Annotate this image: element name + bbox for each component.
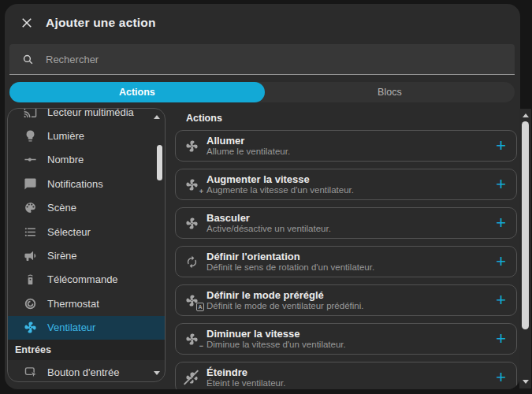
palette-icon: [23, 201, 37, 215]
sidebar-scroll-down-icon[interactable]: [154, 371, 160, 375]
domain-list: Lecteur multimédiaLumièreNombreNotificat…: [8, 108, 165, 382]
domain-sidebar: Lecteur multimédiaLumièreNombreNotificat…: [7, 108, 166, 382]
add-action-button[interactable]: +: [496, 253, 506, 270]
sidebar-item-label: Bouton d'entrée: [47, 366, 119, 378]
actions-panel-header: Actions: [186, 113, 517, 124]
fan-icon: [183, 137, 200, 154]
sidebar-item-label: Sirène: [47, 250, 77, 262]
tab-actions[interactable]: Actions: [9, 82, 265, 102]
add-action-button[interactable]: +: [496, 214, 506, 232]
action-description: Éteint le ventilateur.: [206, 378, 496, 388]
action-description: Allume le ventilateur.: [206, 147, 496, 157]
action-description: Active/désactive un ventilateur.: [206, 224, 496, 234]
lightbulb-icon: [23, 129, 37, 143]
sidebar-item-ventilateur[interactable]: Ventilateur: [8, 316, 165, 340]
close-icon[interactable]: [20, 16, 34, 30]
dialog-title: Ajouter une action: [46, 16, 156, 30]
sidebar-item-selecteur[interactable]: Sélecteur: [8, 220, 165, 243]
sidebar-item-telecommande[interactable]: Télécommande: [8, 268, 165, 292]
remote-icon: [23, 273, 37, 287]
sidebar-item-label: Ventilateur: [47, 322, 95, 333]
minus-badge-icon: −: [198, 342, 203, 349]
fan-off-icon: [183, 369, 200, 386]
action-title: Éteindre: [206, 366, 496, 378]
sidebar-item-notifications[interactable]: Notifications: [8, 172, 165, 195]
action-title: Définir le mode préréglé: [206, 289, 496, 301]
action-card-eteindre[interactable]: ÉteindreÉteint le ventilateur.+: [175, 362, 517, 389]
action-card-definir-le-mode-preregle[interactable]: ADéfinir le mode prérégléDéfinit le mode…: [175, 284, 517, 316]
action-title: Allumer: [206, 135, 496, 147]
action-description: Définit le mode de ventilateur prédéfini…: [206, 301, 496, 311]
sidebar-item-label: Sélecteur: [47, 226, 91, 238]
sidebar-item-lumiere[interactable]: Lumière: [8, 124, 165, 147]
fan-minus-icon: −: [183, 330, 200, 348]
slider-icon: [23, 153, 37, 167]
action-card-definir-l-orientation[interactable]: Définir l'orientationDéfinit le sens de …: [175, 246, 517, 277]
search-input[interactable]: [44, 53, 515, 66]
message-icon: [23, 177, 37, 191]
search-icon: [21, 53, 35, 66]
dialog-header: Ajouter une action: [5, 4, 520, 30]
sidebar-item-bouton-d-entree[interactable]: Bouton d'entrée: [8, 360, 165, 382]
add-action-button[interactable]: +: [496, 369, 506, 386]
actions-panel: Actions AllumerAllume le ventilateur.++A…: [175, 111, 517, 389]
fan-plus-icon: +: [183, 176, 200, 193]
page-scrollbar[interactable]: [519, 109, 531, 388]
action-title: Diminuer la vitesse: [206, 328, 496, 340]
action-description: Augmente la vitesse d'un ventilateur.: [206, 185, 496, 195]
action-description: Définit le sens de rotation d'un ventila…: [206, 262, 496, 273]
search-field[interactable]: [9, 44, 515, 75]
sidebar-scroll-up-icon[interactable]: [154, 115, 160, 119]
fan-icon: [183, 214, 200, 232]
sidebar-item-label: Télécommande: [47, 273, 118, 285]
sidebar-item-scene[interactable]: Scène: [8, 196, 165, 220]
page-scrollbar-thumb[interactable]: [522, 121, 529, 329]
auto-badge-icon: A: [196, 303, 204, 311]
page-scroll-down-icon[interactable]: [523, 380, 529, 384]
sidebar-item-lecteur-multimedia[interactable]: Lecteur multimédia: [8, 108, 165, 124]
sidebar-item-label: Lumière: [47, 130, 84, 142]
cast-icon: [23, 108, 37, 119]
action-card-diminuer-la-vitesse[interactable]: −Diminuer la vitesseDiminue la vitesse d…: [175, 323, 517, 355]
add-action-button[interactable]: +: [496, 330, 506, 348]
sidebar-item-label: Scène: [47, 202, 76, 214]
page-scroll-up-icon[interactable]: [523, 113, 529, 117]
sidebar-item-sirene[interactable]: Sirène: [8, 243, 165, 267]
action-title: Définir l'orientation: [206, 251, 496, 262]
plus-badge-icon: +: [198, 188, 203, 195]
tab-bar: Actions Blocs: [9, 82, 515, 102]
add-action-dialog: Ajouter une action Actions Blocs Lecteur…: [5, 4, 520, 389]
action-card-augmenter-la-vitesse[interactable]: +Augmenter la vitesseAugmente la vitesse…: [175, 169, 517, 200]
action-title: Augmenter la vitesse: [206, 173, 496, 185]
sidebar-item-label: Notifications: [47, 178, 103, 190]
sidebar-section-header: Entrées: [8, 340, 165, 360]
action-description: Diminue la vitesse d'un ventilateur.: [206, 340, 496, 350]
sidebar-item-label: Nombre: [47, 154, 84, 165]
tab-blocs[interactable]: Blocs: [265, 82, 515, 102]
rotate-icon: [183, 253, 200, 270]
thermostat-icon: [23, 296, 37, 310]
sidebar-scrollbar-thumb[interactable]: [157, 145, 162, 180]
action-title: Basculer: [206, 212, 496, 224]
fan-icon: [23, 321, 37, 335]
action-card-allumer[interactable]: AllumerAllume le ventilateur.+: [175, 130, 517, 162]
add-action-button[interactable]: +: [496, 137, 506, 154]
sidebar-item-thermostat[interactable]: Thermostat: [8, 292, 165, 315]
list-icon: [23, 225, 37, 239]
actions-list: AllumerAllume le ventilateur.++Augmenter…: [175, 130, 517, 389]
bullhorn-icon: [23, 249, 37, 263]
sidebar-item-label: Lecteur multimédia: [47, 108, 134, 118]
sidebar-item-label: Thermostat: [47, 298, 99, 310]
sidebar-item-nombre[interactable]: Nombre: [8, 148, 165, 172]
add-action-button[interactable]: +: [496, 176, 506, 193]
tap-button-icon: [23, 365, 37, 379]
add-action-button[interactable]: +: [496, 292, 506, 309]
action-card-basculer[interactable]: BasculerActive/désactive un ventilateur.…: [175, 207, 517, 239]
fan-auto-icon: A: [183, 292, 200, 309]
